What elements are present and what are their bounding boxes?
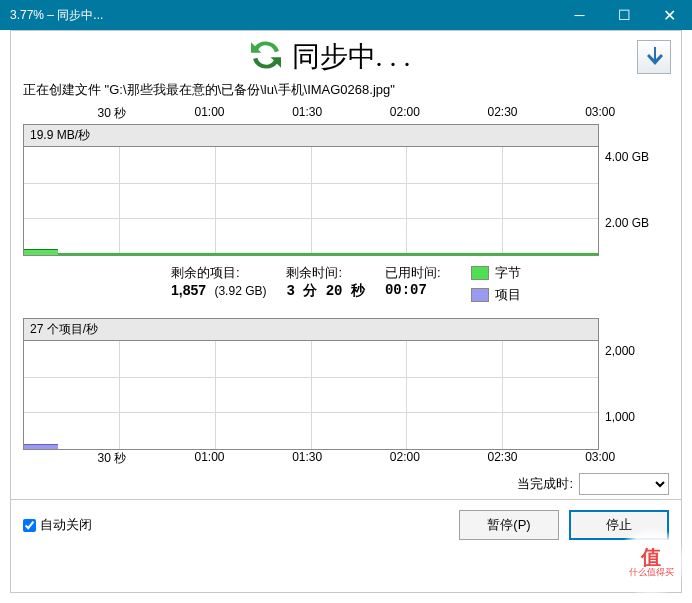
sync-icon: [248, 37, 284, 77]
completion-label: 当完成时:: [517, 475, 573, 493]
stats-row: 剩余的项目: 1,857 (3.92 GB) 剩余时间: 3 分 20 秒 已用…: [171, 264, 681, 304]
completion-select[interactable]: [579, 473, 669, 495]
bytes-y-axis: 4.00 GB2.00 GB: [599, 124, 669, 256]
bytes-plot-area: [24, 147, 598, 255]
window-controls: ─ ☐ ✕: [557, 0, 692, 30]
remaining-items: 剩余的项目: 1,857 (3.92 GB): [171, 264, 266, 299]
x-axis-top: 30 秒01:0001:3002:0002:3003:00: [23, 105, 669, 124]
items-rate-label: 27 个项目/秒: [24, 319, 598, 341]
pause-button[interactable]: 暂停(P): [459, 510, 559, 540]
legend: 字节 项目: [471, 264, 521, 304]
items-plot-area: [24, 341, 598, 449]
dropdown-arrow-button[interactable]: [637, 40, 671, 74]
window-title: 3.77% – 同步中...: [10, 7, 557, 24]
maximize-button[interactable]: ☐: [602, 0, 647, 30]
elapsed-time: 已用时间: 00:07: [385, 264, 441, 298]
page-title: 同步中. . .: [292, 38, 411, 76]
minimize-button[interactable]: ─: [557, 0, 602, 30]
bytes-chart: 30 秒01:0001:3002:0002:3003:00 19.9 MB/秒 …: [23, 105, 669, 256]
bottom-bar: 自动关闭 暂停(P) 停止: [11, 499, 681, 550]
remaining-time: 剩余时间: 3 分 20 秒: [286, 264, 364, 300]
auto-close-input[interactable]: [23, 519, 36, 532]
items-chart: 27 个项目/秒 2,0001,000 30 秒01:0001:3002:000…: [23, 318, 669, 469]
stop-button[interactable]: 停止: [569, 510, 669, 540]
close-button[interactable]: ✕: [647, 0, 692, 30]
bytes-rate-label: 19.9 MB/秒: [24, 125, 598, 147]
x-axis-bottom: 30 秒01:0001:3002:0002:3003:00: [23, 450, 669, 469]
auto-close-checkbox[interactable]: 自动关闭: [23, 516, 92, 534]
items-y-axis: 2,0001,000: [599, 318, 669, 450]
completion-row: 当完成时:: [11, 469, 681, 499]
titlebar[interactable]: 3.77% – 同步中... ─ ☐ ✕: [0, 0, 692, 30]
status-text: 正在创建文件 "G:\那些我最在意的\已备份\lu\手机\IMAG0268.jp…: [11, 79, 681, 101]
dialog-body: 同步中. . . 正在创建文件 "G:\那些我最在意的\已备份\lu\手机\IM…: [10, 30, 682, 593]
